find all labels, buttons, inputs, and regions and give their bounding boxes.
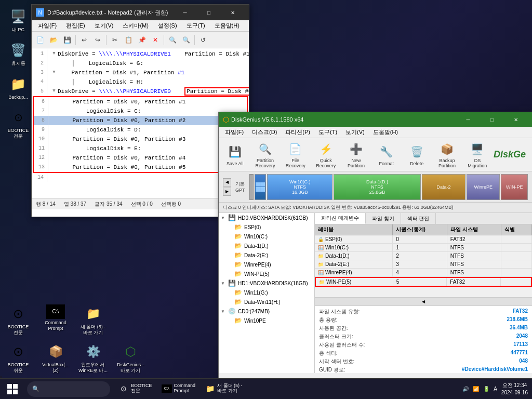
toolbar-quick-recovery[interactable]: ⚡ QuickRecovery <box>312 140 340 169</box>
td-winrepe-fs: NTFS <box>447 269 502 276</box>
tree-hd0[interactable]: ▼ 💾 HD0:VBOXHARDDISK(61GB) <box>219 213 314 222</box>
toolbar-new-partition[interactable]: ➕ NewPartition <box>342 140 370 169</box>
tree-win10[interactable]: 📂 Win10(C:) <box>219 232 314 241</box>
toolbar-save[interactable]: 💾 <box>61 34 73 46</box>
menu-help[interactable]: 도움말(H) <box>210 21 244 31</box>
esp0-row-icon: 🔒 <box>318 237 324 242</box>
tree-cd0[interactable]: ▼ 💿 CD0:(247MB) <box>219 307 314 316</box>
tab-file-find[interactable]: 파일 찾기 <box>366 213 401 224</box>
tree-esp0[interactable]: 📂 ESP(0) <box>219 222 314 232</box>
notepad-line-3: 3 ▼ Partition = Disk #1, Partition #1 <box>33 68 248 77</box>
dg-menu-disk[interactable]: 디스크(D) <box>248 127 281 137</box>
info-cluster-value: 2048 <box>516 333 528 340</box>
toolbar-backup-partition[interactable]: 📦 BackupPartition <box>433 140 461 169</box>
table-row-win10[interactable]: 🪟 Win10(C:) 1 NTFS <box>315 244 532 252</box>
desktop-icon-bootice[interactable]: ⊙ BOOTICE전문 <box>2 106 35 141</box>
tree-hd1[interactable]: ▼ 💾 HD1:VBOXHARDDISK(18GB) <box>219 278 314 288</box>
taskbar-item-folder[interactable]: 📁 새 폴더 (5) -바로 가기 <box>201 379 247 400</box>
dg-menu-file[interactable]: 파일(F) <box>221 127 248 137</box>
close-button[interactable]: ✕ <box>221 5 245 20</box>
tab-partition-params[interactable]: 파티션 매개변수 <box>315 213 366 224</box>
taskbar-clock[interactable]: 오전 12:34 2024-09-16 <box>501 382 528 396</box>
desktop-icon-backup[interactable]: 📁 Backup... <box>2 73 35 102</box>
toolbar-file-recovery[interactable]: 📄 FileRecovery <box>282 140 310 169</box>
save-all-label: Save All <box>227 161 244 166</box>
separator-3 <box>164 35 164 45</box>
panel-collapse-btn[interactable]: ◀ <box>315 297 532 305</box>
tree-winrepe[interactable]: 📂 WinrePE(4) <box>219 260 314 269</box>
desktop-icon-cmdprompt[interactable]: C:\ CommandPrompt <box>37 302 74 338</box>
toolbar-zoom-out[interactable]: 🔍 <box>180 34 192 46</box>
toolbar-os-migration[interactable]: 🖥️ OSMigration <box>463 140 491 169</box>
toolbar-partition-recovery[interactable]: 🔍 PartitionRecovery <box>251 140 279 169</box>
table-row-esp0[interactable]: 🔒 ESP(0) 0 FAT32 <box>315 235 532 244</box>
toolbar-save-all[interactable]: 💾 Save All <box>221 140 249 169</box>
start-button[interactable] <box>0 379 25 400</box>
os-migration-icon: 🖥️ <box>469 141 486 157</box>
winre-icon: ⚙️ <box>84 342 102 361</box>
menu-edit[interactable]: 편집(E) <box>62 21 89 31</box>
toolbar-redo[interactable]: ↪ <box>91 34 104 46</box>
toolbar-cut[interactable]: ✂ <box>109 34 121 46</box>
toolbar-undo[interactable]: ↩ <box>78 34 90 46</box>
dg-menu-tools[interactable]: 도구(T) <box>314 127 341 137</box>
dg-menu-partition[interactable]: 파티션(P) <box>281 127 314 137</box>
toolbar-paste[interactable]: 📌 <box>136 34 148 46</box>
table-row-winrepe[interactable]: 🪟 WinrePE(4) 4 NTFS <box>315 269 532 277</box>
desktop-icon-trash[interactable]: 🗑️ 휴지통 <box>2 39 35 69</box>
tree-datawin11[interactable]: 📂 Data-Win11(H:) <box>219 297 314 307</box>
desktop-icon-mypc[interactable]: 🖥️ 내 PC <box>2 5 35 35</box>
tab-sector-edit[interactable]: 섹터 편집 <box>401 213 436 224</box>
tree-win10pe[interactable]: 📂 Win10PE <box>219 316 314 325</box>
toolbar-extra[interactable]: ↺ <box>197 34 209 46</box>
tree-data2[interactable]: 📂 Data-2(E:) <box>219 250 314 260</box>
toolbar-delete[interactable]: ✕ <box>149 34 162 46</box>
dg-nav-next[interactable]: ▶ <box>223 188 231 196</box>
dg-maximize[interactable]: □ <box>480 112 504 127</box>
maximize-button[interactable]: □ <box>197 5 221 20</box>
table-header: 레이블 시퀀스(통계) 파일 시스템 식별 <box>315 224 532 235</box>
desktop-icon-winre[interactable]: ⚙️ 윈도우에서WinRE로 바... <box>75 340 111 376</box>
info-total-value: 218.6MB <box>507 316 528 324</box>
table-row-data1[interactable]: 📁 Data-1(D:) 2 NTFS <box>315 252 532 260</box>
notepad-title-icon: N <box>36 8 44 17</box>
toolbar-copy[interactable]: 📋 <box>122 34 135 46</box>
tree-win11[interactable]: 📂 Win11(G:) <box>219 288 314 297</box>
info-row-sectors: 총 섹터: 447771 <box>319 350 528 357</box>
dg-disk-info-text: 디스크 0 인터페이스: SATA 모델: VBOXHARDDISK 일련 번호… <box>223 204 453 211</box>
dg-menu-view[interactable]: 보기(V) <box>341 127 369 137</box>
dg-nav-prev[interactable]: ◀ <box>223 178 231 187</box>
menu-schema[interactable]: 스키마(M) <box>118 21 153 31</box>
desktop-icon-newfolder[interactable]: 📁 새 폴더 (5) -바로 가기 <box>75 302 111 338</box>
minimize-button[interactable]: ─ <box>173 5 197 20</box>
toolbar-delete[interactable]: 🗑️ Delete <box>403 140 431 169</box>
menu-file[interactable]: 파일(F) <box>34 21 61 31</box>
bootice-expert-taskbar-icon: ⊙ <box>118 383 129 394</box>
desktop-icon-vbox[interactable]: 📦 VirtualBox(...(Z) <box>37 340 74 376</box>
toolbar-open[interactable]: 📂 <box>47 34 60 46</box>
dg-close[interactable]: ✕ <box>504 112 528 127</box>
tree-data1[interactable]: 📂 Data-1(D:) <box>219 241 314 250</box>
tree-winpe5[interactable]: 📂 WIN-PE(5) <box>219 269 314 278</box>
taskbar-item-bootice-expert[interactable]: ⊙ BOOTICE전문 <box>114 379 156 400</box>
taskbar-item-cmd[interactable]: C:\ CommandPrompt <box>157 379 200 400</box>
info-sectors-value: 447771 <box>511 350 528 357</box>
menu-view[interactable]: 보기(V) <box>90 21 118 31</box>
desktop-icon-diskgenius[interactable]: ⬡ DiskGenius -바로 가기 <box>112 340 149 376</box>
toolbar-format[interactable]: 🔧 Format <box>373 140 401 169</box>
desktop-icon-bootice-easy[interactable]: ⊙ BOOTICE쉬운 <box>0 340 36 376</box>
win10-icon: 📂 <box>234 233 242 240</box>
toolbar-find[interactable]: 🔍 <box>166 34 179 46</box>
menu-tools[interactable]: 도구(T) <box>182 21 209 31</box>
toolbar-new[interactable]: 📄 <box>34 34 46 46</box>
dg-minimize[interactable]: ─ <box>456 112 480 127</box>
taskbar-search[interactable]: 🔍 <box>27 381 110 397</box>
table-row-data2[interactable]: 📁 Data-2(E:) 3 NTFS <box>315 260 532 269</box>
dg-menu-help[interactable]: 도움말(H) <box>369 127 402 137</box>
newfolder-label: 새 폴더 (5) -바로 가기 <box>81 324 106 336</box>
backup-label: Backup... <box>8 95 28 100</box>
menu-settings[interactable]: 설정(S) <box>154 21 181 31</box>
desktop-icon-bootice-pro[interactable]: ⊙ BOOTICE전문 <box>0 302 36 338</box>
table-row-winpe5[interactable]: 📁 WIN-PE(5) 5 FAT32 <box>315 277 532 287</box>
td-data2-label: 📁 Data-2(E:) <box>315 260 393 268</box>
